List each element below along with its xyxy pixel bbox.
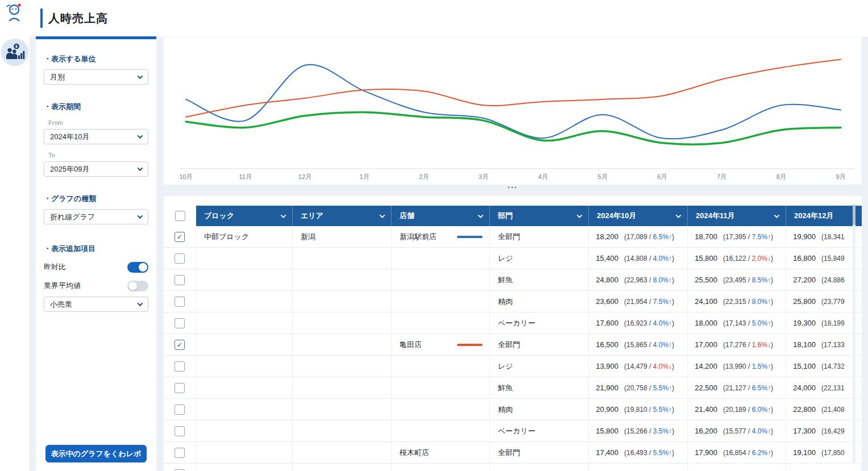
industry-average-toggle[interactable] <box>127 281 148 291</box>
row-checkbox[interactable] <box>175 405 185 415</box>
value-current: 18,700 <box>691 232 717 241</box>
block-cell <box>196 312 293 334</box>
yoy-percent: 4.0%↑ <box>653 255 672 262</box>
row-checkbox[interactable] <box>175 383 185 393</box>
store-cell <box>392 248 490 269</box>
column-header[interactable]: 2024年10月 <box>589 206 688 226</box>
value-cell: 19,300(18,199 <box>786 312 862 334</box>
table-scrollbar-thumb[interactable] <box>853 205 855 225</box>
graph-type-select[interactable]: 折れ線グラフ <box>44 209 148 224</box>
table-row: ✓中部ブロック新潟新潟駅前店全部門18,200(17,089 / 6.5%↑)1… <box>164 226 862 248</box>
x-axis-label: 1月 <box>360 173 369 180</box>
area-cell <box>293 420 392 441</box>
store-cell: 新潟駅前店 <box>392 226 490 247</box>
row-select-cell <box>164 377 196 398</box>
extra-items-section-label: ・表示追加項目 <box>44 244 148 254</box>
yoy-toggle[interactable] <box>127 262 148 273</box>
show-graph-report-button[interactable]: 表示中のグラフをくわレポ <box>45 445 147 462</box>
area-cell <box>293 269 392 290</box>
store-cell <box>392 356 490 377</box>
value-cell: 17,400(16,493 / 5.5%↑) <box>589 442 688 463</box>
top-header-bar <box>0 0 868 36</box>
value-cell: 18,200(17,089 / 6.5%↑) <box>589 226 688 247</box>
department-cell: 全部門 <box>490 442 589 463</box>
row-checkbox[interactable] <box>175 253 185 264</box>
select-all-checkbox[interactable] <box>175 211 185 221</box>
value-current: 18,200 <box>592 232 618 241</box>
value-yoy: (20,758 / 5.5%↑) <box>624 384 674 392</box>
value-cell: 20,900(19,810 / 5.5%↑) <box>589 399 688 420</box>
block-cell <box>196 399 293 420</box>
period-from-select[interactable]: 2024年10月 <box>44 129 148 144</box>
value-current: 21,400 <box>691 405 717 414</box>
value-current: 15,800 <box>691 254 717 262</box>
column-header[interactable]: 2024年11月 <box>688 206 786 226</box>
yoy-percent: 7.5%↑ <box>752 233 771 241</box>
value-cell <box>589 464 688 471</box>
yoy-percent: 4.0%↓ <box>653 362 672 370</box>
row-checkbox[interactable] <box>175 426 185 436</box>
table-row: ベーカリー15,800(15,266 / 3.5%↑)16,200(15,577… <box>164 420 862 442</box>
yoy-toggle-row: 昨対比 <box>44 261 148 273</box>
yoy-percent: 4.0%↑ <box>752 427 771 435</box>
chevron-down-icon <box>138 213 143 219</box>
value-yoy: (22,131 <box>821 384 845 392</box>
table-row: ✓亀田店全部門16,500(15,865 / 4.0%↑)17,000(17,2… <box>164 334 862 356</box>
store-cell <box>392 464 490 471</box>
row-select-cell <box>164 312 196 334</box>
yoy-percent: 1.5%↑ <box>752 362 771 370</box>
row-checkbox[interactable] <box>175 448 185 458</box>
sales-chart-card: 10月11月12月1月2月3月4月5月6月7月8月9月 <box>164 37 862 185</box>
row-select-cell <box>164 291 196 312</box>
industry-select[interactable]: 小売業 <box>44 297 148 312</box>
department-cell: 全部門 <box>490 226 589 247</box>
row-checkbox[interactable] <box>175 318 185 328</box>
table-row: 桜木町店全部門17,400(16,493 / 5.5%↑)17,900(16,8… <box>164 442 862 464</box>
column-header[interactable]: 店舗 <box>392 206 490 226</box>
yoy-percent: 2.0%↓ <box>752 255 771 262</box>
x-axis-label: 8月 <box>776 173 786 180</box>
period-to-select[interactable]: 2025年09月 <box>44 161 148 177</box>
row-checkbox[interactable]: ✓ <box>175 232 185 242</box>
column-header[interactable]: エリア <box>293 206 392 226</box>
yoy-percent: 5.5%↑ <box>653 384 672 392</box>
value-current: 22,800 <box>790 405 816 414</box>
value-current: 14,200 <box>691 362 717 370</box>
table-row: レジ15,400(14,808 / 4.0%↑)15,800(16,122 / … <box>164 248 862 269</box>
store-cell: 桜木町店 <box>392 442 490 463</box>
chevron-down-icon <box>774 212 780 218</box>
yoy-percent: 4.0%↑ <box>653 341 672 349</box>
row-checkbox[interactable] <box>175 275 185 285</box>
row-select-cell <box>164 442 196 463</box>
column-header[interactable]: 部門 <box>490 206 589 226</box>
column-header[interactable]: 2024年12月 <box>786 206 862 226</box>
row-checkbox[interactable]: ✓ <box>175 340 185 350</box>
chevron-down-icon <box>138 133 143 139</box>
value-cell: 15,100(14,732 <box>786 356 862 377</box>
nav-item-labor-sales[interactable]: $ <box>1 39 28 66</box>
to-label: To <box>48 152 148 159</box>
row-select-cell <box>164 356 196 377</box>
row-checkbox[interactable] <box>175 297 185 307</box>
value-cell: 15,800(15,266 / 3.5%↑) <box>589 420 688 441</box>
value-current: 24,800 <box>592 276 618 284</box>
app-logo[interactable] <box>5 2 24 25</box>
value-current: 19,100 <box>790 448 816 457</box>
value-current: 16,200 <box>691 427 717 435</box>
store-data-table: ブロックエリア店舗部門2024年10月2024年11月2024年12月 ✓中部ブ… <box>164 196 862 471</box>
value-cell: 13,900(14,479 / 4.0%↓) <box>589 356 688 377</box>
value-yoy: (17,276 / 1.6%↓) <box>723 341 773 349</box>
title-accent-bar <box>40 9 43 28</box>
value-yoy: (14,808 / 4.0%↑) <box>624 255 674 262</box>
department-cell <box>490 464 589 471</box>
row-checkbox[interactable] <box>175 469 185 471</box>
row-checkbox[interactable] <box>175 361 185 372</box>
chart-expand-handle[interactable]: ... <box>483 180 542 190</box>
select-all-cell <box>164 206 196 226</box>
x-axis-label: 6月 <box>657 173 667 180</box>
column-header[interactable]: ブロック <box>196 206 293 226</box>
value-yoy: (15,849 <box>821 255 845 262</box>
unit-select[interactable]: 月別 <box>44 69 148 85</box>
series-color-swatch <box>457 236 483 238</box>
chart-series-line <box>186 60 841 117</box>
